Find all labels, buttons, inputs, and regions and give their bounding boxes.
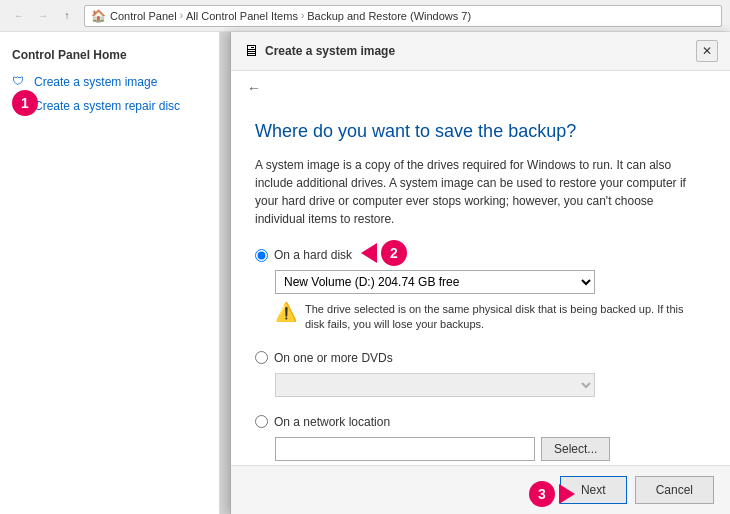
modal-titlebar: 🖥 Create a system image ✕ xyxy=(231,32,730,71)
back-button[interactable]: ← xyxy=(8,5,30,27)
hard-disk-radio[interactable] xyxy=(255,249,268,262)
dvd-section: On one or more DVDs xyxy=(255,351,706,397)
annotation-2: 2 xyxy=(381,240,407,266)
modal-back-button[interactable]: ← xyxy=(243,77,265,99)
address-icon: 🏠 xyxy=(91,9,106,23)
hard-disk-section: On a hard disk New Volume (D:) 204.74 GB… xyxy=(255,248,706,333)
network-input-row: Select... xyxy=(275,437,706,461)
modal-heading: Where do you want to save the backup? xyxy=(255,121,706,142)
content-area: Bac Bac Rest 🖥 Create a system image ✕ ← xyxy=(220,32,730,514)
modal-dialog: 🖥 Create a system image ✕ ← Where do you… xyxy=(230,32,730,514)
network-path-input[interactable] xyxy=(275,437,535,461)
arrow-3-icon xyxy=(559,484,575,504)
modal-content: Where do you want to save the backup? A … xyxy=(231,105,730,465)
breadcrumb-1: Control Panel xyxy=(110,10,177,22)
network-label: On a network location xyxy=(274,415,390,429)
modal-dialog-icon: 🖥 xyxy=(243,42,259,60)
nav-buttons: ← → ↑ xyxy=(8,5,78,27)
dvd-dropdown-row xyxy=(275,373,706,397)
dvd-select xyxy=(275,373,595,397)
hard-disk-label: On a hard disk xyxy=(274,248,352,262)
annotation-3: 3 xyxy=(529,481,555,507)
network-section: On a network location Select... xyxy=(255,415,706,461)
annotation-3-group: 3 xyxy=(529,481,575,507)
sidebar-title: Control Panel Home xyxy=(0,42,219,70)
annotation-1: 1 xyxy=(12,90,38,116)
modal-footer: Next Cancel xyxy=(231,465,730,514)
warning-icon: ⚠️ xyxy=(275,303,297,321)
modal-title-text: Create a system image xyxy=(265,44,395,58)
main-area: Control Panel Home 🛡 Create a system ima… xyxy=(0,32,730,514)
annotation-2-group: 2 xyxy=(361,240,407,266)
drive-dropdown-row: New Volume (D:) 204.74 GB free xyxy=(275,270,706,294)
cancel-button[interactable]: Cancel xyxy=(635,476,714,504)
network-radio[interactable] xyxy=(255,415,268,428)
sidebar: Control Panel Home 🛡 Create a system ima… xyxy=(0,32,220,514)
drive-select[interactable]: New Volume (D:) 204.74 GB free xyxy=(275,270,595,294)
shield-icon-1: 🛡 xyxy=(12,74,28,90)
network-select-button[interactable]: Select... xyxy=(541,437,610,461)
hard-disk-radio-label[interactable]: On a hard disk xyxy=(255,248,706,262)
breadcrumb-2: All Control Panel Items xyxy=(186,10,298,22)
address-bar[interactable]: 🏠 Control Panel › All Control Panel Item… xyxy=(84,5,722,27)
modal-close-button[interactable]: ✕ xyxy=(696,40,718,62)
up-button[interactable]: ↑ xyxy=(56,5,78,27)
sidebar-link-label-2: Create a system repair disc xyxy=(34,99,180,113)
modal-description: A system image is a copy of the drives r… xyxy=(255,156,706,228)
arrow-2-icon xyxy=(361,243,377,263)
dvd-radio-label[interactable]: On one or more DVDs xyxy=(255,351,706,365)
dvd-label: On one or more DVDs xyxy=(274,351,393,365)
forward-button[interactable]: → xyxy=(32,5,54,27)
modal-nav-row: ← xyxy=(231,71,730,105)
sidebar-item-create-system-image[interactable]: 🛡 Create a system image xyxy=(0,70,219,94)
dvd-radio[interactable] xyxy=(255,351,268,364)
warning-box: ⚠️ The drive selected is on the same phy… xyxy=(275,302,706,333)
warning-text: The drive selected is on the same physic… xyxy=(305,302,706,333)
network-radio-label[interactable]: On a network location xyxy=(255,415,706,429)
modal-title-left: 🖥 Create a system image xyxy=(243,42,395,60)
modal-overlay: 🖥 Create a system image ✕ ← Where do you… xyxy=(220,32,730,514)
sidebar-link-label-1: Create a system image xyxy=(34,75,157,89)
breadcrumb-3: Backup and Restore (Windows 7) xyxy=(307,10,471,22)
title-bar: ← → ↑ 🏠 Control Panel › All Control Pane… xyxy=(0,0,730,32)
